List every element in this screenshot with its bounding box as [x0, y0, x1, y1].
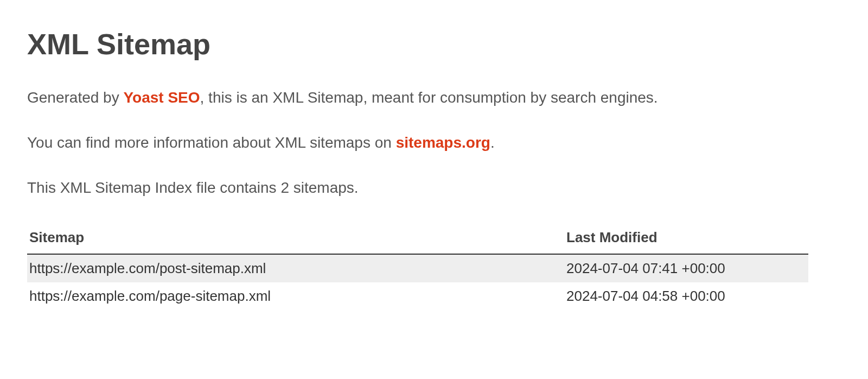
intro-suffix: , this is an XML Sitemap, meant for cons…	[200, 89, 658, 106]
page-title: XML Sitemap	[27, 27, 841, 61]
count-line: This XML Sitemap Index file contains 2 s…	[27, 177, 841, 198]
yoast-seo-link[interactable]: Yoast SEO	[123, 89, 200, 106]
more-info-prefix: You can find more information about XML …	[27, 134, 396, 151]
more-info-paragraph: You can find more information about XML …	[27, 132, 841, 153]
last-modified-cell: 2024-07-04 07:41 +00:00	[564, 254, 808, 282]
sitemap-url-link[interactable]: https://example.com/post-sitemap.xml	[29, 260, 266, 276]
sitemap-url-link[interactable]: https://example.com/page-sitemap.xml	[29, 288, 271, 304]
sitemap-url-cell: https://example.com/page-sitemap.xml	[27, 282, 564, 310]
table-row: https://example.com/post-sitemap.xml2024…	[27, 254, 808, 282]
more-info-suffix: .	[490, 134, 495, 151]
col-header-last-modified: Last Modified	[564, 223, 808, 254]
intro-prefix: Generated by	[27, 89, 123, 106]
last-modified-cell: 2024-07-04 04:58 +00:00	[564, 282, 808, 310]
intro-paragraph: Generated by Yoast SEO, this is an XML S…	[27, 87, 841, 108]
table-row: https://example.com/page-sitemap.xml2024…	[27, 282, 808, 310]
sitemap-url-cell: https://example.com/post-sitemap.xml	[27, 254, 564, 282]
col-header-sitemap: Sitemap	[27, 223, 564, 254]
sitemaps-org-link[interactable]: sitemaps.org	[396, 134, 490, 151]
sitemap-index-table: Sitemap Last Modified https://example.co…	[27, 223, 808, 310]
